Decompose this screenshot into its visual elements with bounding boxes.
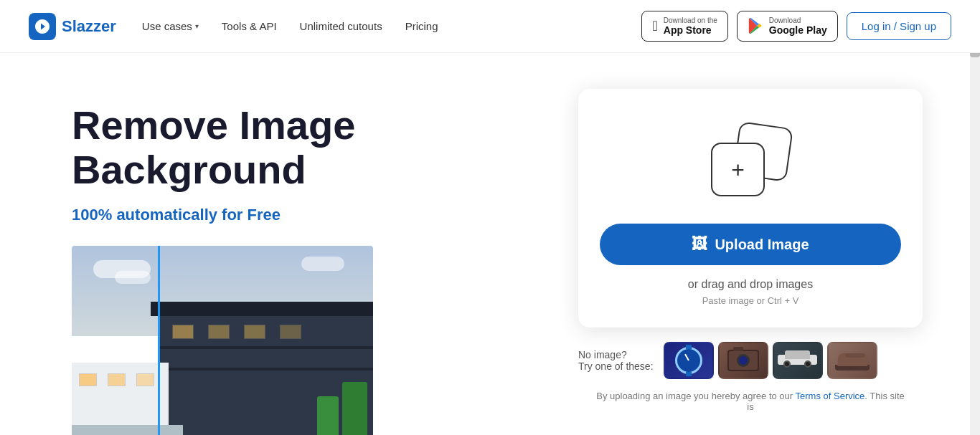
header: Slazzer Use cases ▾ Tools & API Unlimite… xyxy=(0,0,980,53)
paste-text: Paste image or Ctrl + V xyxy=(600,295,901,306)
window1 xyxy=(172,325,194,339)
logo[interactable]: Slazzer xyxy=(29,13,116,40)
building-main xyxy=(158,310,373,435)
window2 xyxy=(208,325,230,339)
tree1 xyxy=(342,382,367,435)
main-nav: Use cases ▾ Tools & API Unlimited cutout… xyxy=(142,20,438,32)
apple-icon:  xyxy=(652,19,657,33)
sample-watch[interactable] xyxy=(664,342,714,379)
tree2 xyxy=(317,396,339,435)
app-store-button[interactable]:  Download on the App Store xyxy=(641,11,727,42)
login-button[interactable]: Log in / Sign up xyxy=(847,12,951,40)
bottom-text: By uploading an image you hereby agree t… xyxy=(578,391,923,412)
watch-band-top xyxy=(686,345,692,349)
google-play-button[interactable]: Download Google Play xyxy=(737,11,838,42)
icon-box-front: + xyxy=(711,143,765,196)
header-left: Slazzer Use cases ▾ Tools & API Unlimite… xyxy=(29,13,438,40)
watch-face xyxy=(675,347,702,374)
cloud3 xyxy=(301,257,344,271)
samples-section: No image? Try one of these: xyxy=(578,342,923,379)
camera-body xyxy=(727,350,759,371)
sample-shoes[interactable] xyxy=(827,342,877,379)
hero-subtitle: 100% automatically for Free xyxy=(72,206,535,224)
left-section: Remove Image Background 100% automatical… xyxy=(72,89,535,435)
header-right:  Download on the App Store Download Goo… xyxy=(641,11,951,42)
drag-drop-text: or drag and drop images xyxy=(600,278,901,291)
logo-text: Slazzer xyxy=(62,17,116,36)
hero-title: Remove Image Background xyxy=(72,103,535,191)
upload-icon-stack: + xyxy=(711,125,790,196)
main-content: Remove Image Background 100% automatical… xyxy=(0,53,980,435)
camera-lens xyxy=(737,354,750,367)
shoe-shape xyxy=(835,350,870,371)
upload-card: + 🖼 Upload Image or drag and drop images… xyxy=(578,89,923,328)
window3 xyxy=(244,325,265,339)
samples-label: No image? Try one of these: xyxy=(578,349,654,372)
upload-button[interactable]: 🖼 Upload Image xyxy=(600,224,901,265)
blue-divider-line xyxy=(158,246,160,435)
beam2 xyxy=(158,368,373,371)
lower-window3 xyxy=(136,373,154,386)
camera-top xyxy=(733,347,743,351)
terms-link[interactable]: Terms of Service xyxy=(796,391,865,401)
lower-window2 xyxy=(108,373,126,386)
watch-band-bottom xyxy=(686,372,692,376)
patio xyxy=(72,425,183,435)
try-label: Try one of these: xyxy=(578,360,654,372)
scrollbar[interactable] xyxy=(970,0,980,435)
lower-window1 xyxy=(79,373,97,386)
cloud2 xyxy=(115,271,151,284)
nav-tools-api[interactable]: Tools & API xyxy=(222,20,277,32)
hero-image xyxy=(72,246,373,435)
right-section: + 🖼 Upload Image or drag and drop images… xyxy=(578,89,923,412)
plus-icon: + xyxy=(731,158,745,181)
upload-image-icon: 🖼 xyxy=(692,235,707,254)
chevron-down-icon: ▾ xyxy=(195,22,199,30)
nav-pricing[interactable]: Pricing xyxy=(405,20,438,32)
google-play-text: Download Google Play xyxy=(769,16,827,37)
sample-car[interactable] xyxy=(773,342,823,379)
window4 xyxy=(280,325,301,339)
sample-camera[interactable] xyxy=(718,342,768,379)
nav-use-cases[interactable]: Use cases ▾ xyxy=(142,20,199,32)
nav-unlimited-cutouts[interactable]: Unlimited cutouts xyxy=(300,20,382,32)
app-store-text: Download on the App Store xyxy=(664,16,717,37)
upload-icon-area: + xyxy=(600,118,901,204)
samples-images xyxy=(664,342,877,379)
car-body xyxy=(778,350,817,371)
logo-icon xyxy=(29,13,56,40)
google-play-icon xyxy=(748,18,763,34)
beam1 xyxy=(158,346,373,349)
no-image-label: No image? xyxy=(578,349,654,360)
building-lower xyxy=(72,363,169,435)
roof xyxy=(151,302,373,316)
logo-svg xyxy=(34,18,51,35)
